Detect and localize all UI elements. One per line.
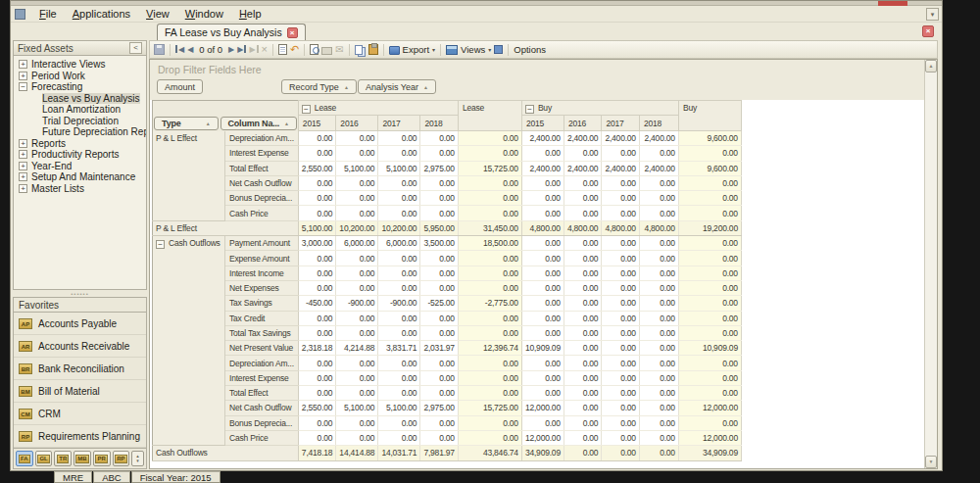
pivot-cell[interactable]: 0.00 — [564, 296, 602, 311]
copy-icon[interactable] — [355, 45, 363, 55]
analysis-year-field-button[interactable]: Analysis Year ▲ — [358, 79, 436, 94]
pivot-cell-buy-total[interactable]: 0.00 — [678, 266, 741, 280]
export-icon[interactable] — [389, 46, 400, 55]
pivot-row-label[interactable]: Interest Expense — [225, 146, 299, 161]
pivot-cell[interactable]: 5,100.00 — [378, 401, 420, 415]
pivot-row-label[interactable]: Net Cash Outflow — [225, 175, 299, 190]
pivot-cell[interactable]: 0.00 — [639, 266, 678, 280]
pivot-cell[interactable]: 2,400.00 — [521, 161, 564, 175]
buy-year-header[interactable]: 2017 — [602, 116, 640, 131]
pivot-cell-lease-total[interactable]: 0.00 — [458, 191, 521, 206]
pivot-cell-lease-total[interactable]: 0.00 — [458, 280, 521, 295]
pivot-cell[interactable]: 2,400.00 — [639, 161, 678, 175]
print-icon[interactable] — [321, 47, 332, 55]
pivot-cell[interactable]: 0.00 — [378, 266, 420, 280]
pivot-cell-buy-total[interactable]: 0.00 — [678, 236, 741, 251]
pivot-cell[interactable]: 0.00 — [602, 296, 640, 311]
pivot-cell-buy-total[interactable]: 0.00 — [678, 311, 741, 325]
pivot-cell[interactable]: 0.00 — [639, 206, 678, 220]
pivot-cell-lease-total[interactable]: 0.00 — [458, 430, 521, 445]
tree-item[interactable]: Lease vs Buy Analysis — [14, 93, 146, 105]
pivot-cell[interactable]: 0.00 — [602, 430, 640, 445]
tree-item[interactable]: Future Depreciation Report — [14, 126, 146, 138]
tree-item[interactable]: +Period Work — [14, 71, 146, 82]
pivot-cell[interactable]: 0.00 — [602, 386, 640, 401]
pivot-cell[interactable]: 5,100.00 — [378, 161, 420, 175]
pivot-cell[interactable]: 0.00 — [378, 191, 420, 206]
lease-year-header[interactable]: 2018 — [420, 116, 459, 131]
pivot-cell[interactable]: 0.00 — [336, 175, 378, 190]
pivot-cell[interactable]: 0.00 — [602, 146, 640, 161]
pivot-cell[interactable]: 2,400.00 — [564, 161, 602, 175]
pivot-cell-lease-total[interactable]: 0.00 — [458, 415, 521, 430]
pivot-cell-lease-total[interactable]: 0.00 — [458, 251, 521, 266]
pivot-cell[interactable]: 10,909.09 — [521, 341, 564, 356]
drop-filter-zone[interactable]: Drop Filter Fields Here — [158, 64, 262, 75]
pivot-cell-buy-total[interactable]: 9,600.00 — [678, 161, 741, 175]
pivot-cell[interactable]: 0.00 — [564, 401, 602, 415]
menu-item-file[interactable]: File — [31, 7, 65, 21]
pivot-cell[interactable]: 0.00 — [564, 341, 602, 356]
pivot-cell[interactable]: 4,800.00 — [639, 220, 678, 235]
pivot-cell[interactable]: 0.00 — [639, 415, 678, 430]
tab-fa-lease-vs-buy-analysis[interactable]: FA Lease vs Buy Analysis × — [157, 24, 306, 40]
pivot-cell[interactable]: 0.00 — [298, 251, 336, 266]
pivot-cell[interactable]: 0.00 — [378, 206, 420, 220]
pivot-cell-buy-total[interactable]: 0.00 — [678, 296, 741, 311]
pivot-row-label[interactable]: Payment Amount — [225, 236, 299, 251]
tree-item[interactable]: +Interactive Views — [14, 59, 146, 71]
type-field-button[interactable]: Type ▲ — [154, 117, 219, 130]
pivot-cell[interactable]: 0.00 — [521, 296, 564, 311]
pivot-cell[interactable]: 4,800.00 — [602, 220, 640, 235]
pivot-row-label[interactable]: Depreciation Am... — [225, 356, 299, 370]
collapse-icon[interactable]: − — [525, 105, 534, 114]
print-preview-icon[interactable] — [310, 44, 318, 55]
pivot-cell[interactable]: 0.00 — [639, 236, 678, 251]
pivot-cell[interactable]: -900.00 — [336, 296, 378, 311]
collapse-icon[interactable]: − — [156, 240, 165, 249]
module-scroll-spinner[interactable]: ▴▾ — [131, 451, 144, 466]
pivot-row-label[interactable]: Total Effect — [225, 386, 299, 401]
views-dropdown-icon[interactable]: ▾ — [488, 46, 491, 53]
menu-item-view[interactable]: View — [138, 7, 177, 21]
pivot-cell[interactable]: 3,831.71 — [378, 341, 420, 356]
pivot-cell[interactable]: 0.00 — [336, 191, 378, 206]
module-button-gl[interactable]: GL — [35, 451, 53, 466]
pivot-cell[interactable]: 0.00 — [378, 386, 420, 401]
tree-item[interactable]: +Year-End — [14, 161, 146, 172]
pivot-cell-lease-total[interactable]: 0.00 — [458, 175, 521, 190]
tree-item[interactable]: Loan Amortization — [14, 104, 146, 116]
pivot-cell[interactable]: 0.00 — [639, 341, 678, 356]
delete-record-icon[interactable]: × — [262, 44, 268, 55]
pivot-cell[interactable]: 0.00 — [602, 325, 640, 340]
collapse-icon[interactable]: − — [302, 105, 311, 114]
pivot-cell[interactable]: 0.00 — [420, 146, 459, 161]
pivot-cell[interactable]: 0.00 — [336, 266, 378, 280]
pivot-cell[interactable]: 0.00 — [420, 131, 459, 146]
pivot-cell[interactable]: 0.00 — [602, 370, 640, 385]
expand-icon[interactable]: + — [19, 72, 27, 80]
pivot-cell[interactable]: 0.00 — [639, 191, 678, 206]
pivot-cell[interactable]: 0.00 — [521, 356, 564, 370]
pivot-cell-buy-total[interactable]: 0.00 — [678, 280, 741, 295]
buy-total-header[interactable]: Buy — [678, 101, 741, 131]
pivot-cell[interactable]: 0.00 — [420, 251, 459, 266]
pivot-cell[interactable]: 0.00 — [521, 325, 564, 340]
pivot-cell[interactable]: 0.00 — [639, 356, 678, 370]
pivot-cell-buy-total[interactable]: 0.00 — [678, 325, 741, 340]
pivot-cell[interactable]: 0.00 — [521, 280, 564, 295]
email-icon[interactable]: ✉ — [335, 44, 343, 55]
pivot-cell[interactable]: 0.00 — [521, 266, 564, 280]
pivot-cell[interactable]: 0.00 — [564, 446, 602, 460]
pivot-cell[interactable]: 0.00 — [336, 415, 378, 430]
pivot-cell[interactable]: 0.00 — [378, 146, 420, 161]
first-record-button[interactable]: ◀ — [175, 45, 184, 55]
pivot-cell[interactable]: 0.00 — [298, 356, 336, 370]
pivot-cell-lease-total[interactable]: 31,450.00 — [458, 220, 521, 235]
pivot-cell[interactable]: 0.00 — [298, 131, 336, 146]
pivot-cell[interactable]: 2,400.00 — [639, 131, 678, 146]
pivot-row-label[interactable]: Tax Credit — [225, 311, 299, 325]
pivot-cell[interactable]: 0.00 — [602, 175, 640, 190]
pivot-cell[interactable]: 0.00 — [602, 341, 640, 356]
pivot-cell[interactable]: 0.00 — [564, 325, 602, 340]
